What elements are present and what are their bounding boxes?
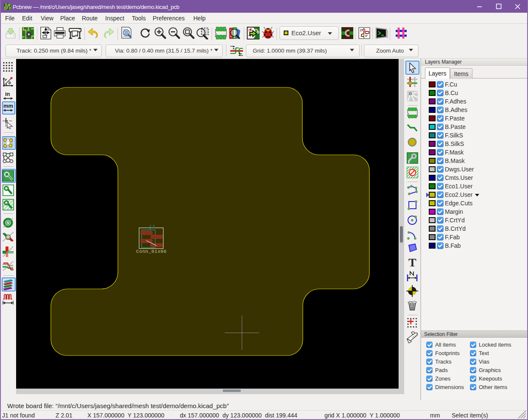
svg-text:θ: θ xyxy=(8,81,11,85)
svg-text:T: T xyxy=(408,257,416,268)
svg-text:L1: L1 xyxy=(150,224,156,229)
svg-text:Conn_01x06: Conn_01x06 xyxy=(136,249,167,254)
svg-text:r: r xyxy=(5,77,7,82)
svg-text:mm: mm xyxy=(3,103,13,109)
svg-text:in: in xyxy=(5,91,10,97)
